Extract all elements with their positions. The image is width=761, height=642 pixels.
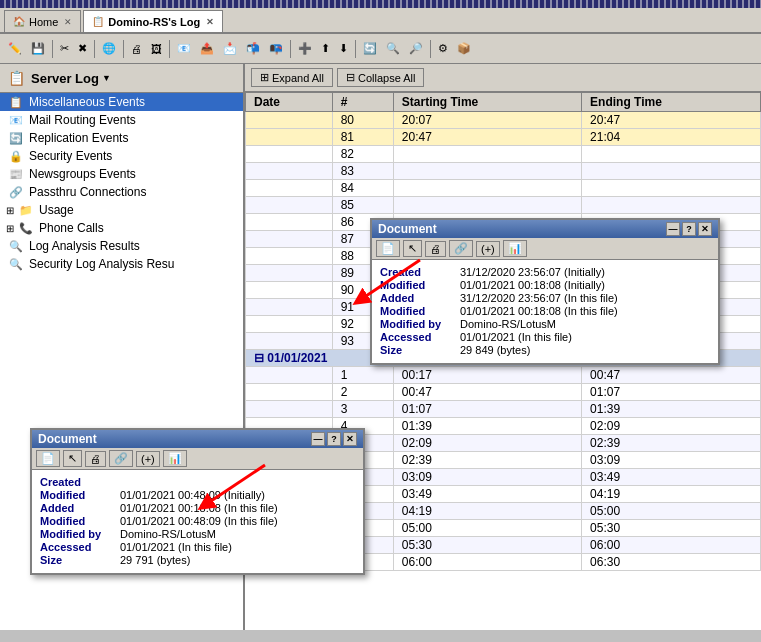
tab-home-close[interactable]: ✕ [64,17,72,27]
doc-popup-lower-close[interactable]: ✕ [343,432,357,446]
toolbar-outbox-btn[interactable]: 📭 [265,40,287,57]
toolbar-refresh-btn[interactable]: 🔄 [359,40,381,57]
phone-expand-icon: ⊞ [6,223,14,234]
cell-num: 1 [332,367,393,384]
sidebar-item-security-log-label: Security Log Analysis Resu [29,257,174,271]
sidebar-item-security-log[interactable]: 🔍 Security Log Analysis Resu [0,255,243,273]
domino-log-icon: 📋 [92,16,104,27]
toolbar-inbox-btn[interactable]: 📬 [242,40,264,57]
doc-popup-lower-tb-1[interactable]: 📄 [36,450,60,467]
table-row[interactable]: 85 [246,197,761,214]
sidebar-item-log-analysis[interactable]: 🔍 Log Analysis Results [0,237,243,255]
cell-start: 03:09 [393,469,581,486]
doc-popup-lower-tb-4[interactable]: 🔗 [109,450,133,467]
doc-popup-upper-close[interactable]: ✕ [698,222,712,236]
collapse-all-button[interactable]: ⊟ Collapse All [337,68,424,87]
table-row[interactable]: 82 [246,146,761,163]
sidebar-item-passthru[interactable]: 🔗 Passthru Connections [0,183,243,201]
toolbar-web-btn[interactable]: 🌐 [98,40,120,57]
col-date[interactable]: Date [246,93,333,112]
doc-popup-upper-tb-4[interactable]: 🔗 [449,240,473,257]
col-end[interactable]: Ending Time [582,93,761,112]
col-num[interactable]: # [332,93,393,112]
doc-popup-lower-tb-5[interactable]: (+) [136,451,160,467]
doc-popup-upper-help[interactable]: ? [682,222,696,236]
toolbar-search-btn[interactable]: 🔍 [382,40,404,57]
toolbar-edit-btn[interactable]: ✏️ [4,40,26,57]
toolbar-mail-btn[interactable]: 📧 [173,40,195,57]
cell-date [246,333,333,350]
toolbar-sep-4 [169,40,170,58]
toolbar-save-btn[interactable]: 💾 [27,40,49,57]
table-row[interactable]: 1 00:17 00:47 [246,367,761,384]
replication-icon: 🔄 [8,132,24,145]
toolbar-img-btn[interactable]: 🖼 [147,41,166,57]
usage-icon: 📁 [18,204,34,217]
doc-field-label: Modified by [40,528,120,540]
cell-start: 03:49 [393,486,581,503]
sidebar-item-security[interactable]: 🔒 Security Events [0,147,243,165]
tab-home[interactable]: 🏠 Home ✕ [4,10,81,32]
col-start[interactable]: Starting Time [393,93,581,112]
table-row[interactable]: 80 20:07 20:47 [246,112,761,129]
toolbar-send-btn[interactable]: 📤 [196,40,218,57]
tab-domino-log-close[interactable]: ✕ [206,17,214,27]
table-row[interactable]: 83 [246,163,761,180]
doc-field-value: 01/01/2021 00:18:08 (Initially) [460,279,710,291]
tab-domino-log[interactable]: 📋 Domino-RS's Log ✕ [83,10,223,32]
sidebar-group-phone-calls[interactable]: ⊞ 📞 Phone Calls [0,219,243,237]
doc-popup-upper-tb-6[interactable]: 📊 [503,240,527,257]
doc-field-value: Domino-RS/LotusM [120,528,355,540]
doc-field-row: Modified byDomino-RS/LotusM [40,528,355,540]
cell-date [246,112,333,129]
cell-end [582,146,761,163]
cell-date [246,299,333,316]
toolbar-down-btn[interactable]: ⬇ [335,40,352,57]
sidebar-item-phone-label: Phone Calls [39,221,104,235]
toolbar-add-btn[interactable]: ➕ [294,40,316,57]
toolbar-print-btn[interactable]: 🖨 [127,41,146,57]
table-row[interactable]: 84 [246,180,761,197]
sidebar-group-usage[interactable]: ⊞ 📁 Usage [0,201,243,219]
doc-popup-lower-tb-2[interactable]: ↖ [63,450,82,467]
doc-popup-upper-minimize[interactable]: — [666,222,680,236]
doc-popup-upper-tb-5[interactable]: (+) [476,241,500,257]
doc-popup-lower-tb-3[interactable]: 🖨 [85,451,106,467]
toolbar-cut-btn[interactable]: ✂ [56,40,73,57]
toolbar-sep-7 [430,40,431,58]
cell-date [246,384,333,401]
sidebar-item-passthru-label: Passthru Connections [29,185,146,199]
table-row[interactable]: 2 00:47 01:07 [246,384,761,401]
doc-popup-lower-minimize[interactable]: — [311,432,325,446]
table-row[interactable]: 81 20:47 21:04 [246,129,761,146]
sidebar-item-replication-label: Replication Events [29,131,128,145]
doc-field-value: 01/01/2021 00:18:08 (In this file) [460,305,710,317]
toolbar-package-btn[interactable]: 📦 [453,40,475,57]
toolbar-settings-btn[interactable]: ⚙ [434,40,452,57]
table-row[interactable]: 3 01:07 01:39 [246,401,761,418]
toolbar-up-btn[interactable]: ⬆ [317,40,334,57]
cell-end: 04:19 [582,486,761,503]
doc-popup-lower-help[interactable]: ? [327,432,341,446]
doc-field-value: 29 849 (bytes) [460,344,710,356]
cell-start [393,180,581,197]
expand-all-button[interactable]: ⊞ Expand All [251,68,333,87]
doc-popup-upper-controls: — ? ✕ [666,222,712,236]
sidebar-item-newsgroups[interactable]: 📰 Newsgroups Events [0,165,243,183]
sidebar-header-dropdown[interactable]: ▼ [102,73,111,83]
toolbar-zoom-btn[interactable]: 🔎 [405,40,427,57]
doc-field-row: Accessed01/01/2021 (In this file) [40,541,355,553]
cell-date [246,129,333,146]
cell-start: 05:00 [393,520,581,537]
doc-popup-lower-tb-6[interactable]: 📊 [163,450,187,467]
cell-date [246,316,333,333]
cell-end: 21:04 [582,129,761,146]
cell-start [393,146,581,163]
doc-field-label: Accessed [40,541,120,553]
doc-popup-lower-title: Document [38,432,97,446]
toolbar-close-btn[interactable]: ✖ [74,40,91,57]
sidebar-item-replication[interactable]: 🔄 Replication Events [0,129,243,147]
sidebar-item-misc-events[interactable]: 📋 Miscellaneous Events [0,93,243,111]
sidebar-item-mail-routing[interactable]: 📧 Mail Routing Events [0,111,243,129]
toolbar-recv-btn[interactable]: 📩 [219,40,241,57]
